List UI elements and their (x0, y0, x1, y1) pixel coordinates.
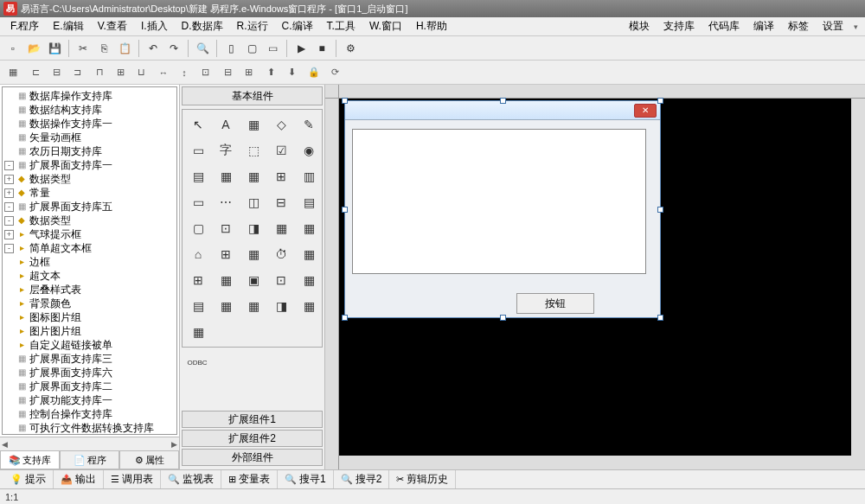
align-left-icon[interactable]: ⊏ (26, 63, 45, 82)
menu-9[interactable]: H.帮助 (409, 17, 454, 35)
same-size-icon[interactable]: ⊡ (195, 63, 215, 82)
menu-r-0[interactable]: 模块 (622, 17, 657, 35)
tree-node[interactable]: +◆数据类型 (3, 172, 176, 186)
bottom-tab-3[interactable]: 🔍监视表 (161, 470, 221, 488)
tree-node[interactable]: ▦可执行文件数据转换支持库 (3, 421, 176, 435)
left-tab-0[interactable]: 📚支持库 (0, 451, 60, 469)
align-bottom-icon[interactable]: ⊔ (131, 63, 151, 82)
menu-8[interactable]: W.窗口 (362, 17, 409, 35)
palette-tab-2[interactable]: 外部组件 (182, 449, 323, 466)
component-39[interactable]: ▦ (298, 297, 319, 316)
tree-node[interactable]: ▦扩展界面支持库六 (3, 366, 176, 380)
bottom-tab-5[interactable]: 🔍搜寻1 (278, 470, 334, 488)
design-form-window[interactable]: ✕ 按钮 (344, 100, 661, 318)
save-icon[interactable]: 💾 (45, 39, 64, 58)
component-36[interactable]: ▦ (215, 297, 236, 316)
gear-icon[interactable]: ⚙ (341, 39, 360, 58)
design-button[interactable]: 按钮 (516, 293, 594, 314)
lock-icon[interactable]: 🔒 (304, 63, 324, 82)
tree-node[interactable]: ▦控制台操作支持库 (3, 407, 176, 421)
component-32[interactable]: ▣ (243, 271, 264, 290)
component-40[interactable]: ▦ (188, 322, 208, 341)
tree-node[interactable]: ▸层叠样式表 (3, 283, 176, 297)
palette-tab-0[interactable]: 扩展组件1 (182, 411, 323, 428)
tree-node[interactable]: ▸超文本 (3, 269, 176, 283)
component-27[interactable]: ▦ (243, 245, 264, 264)
designer-scrollbar-h[interactable] (339, 456, 851, 469)
align-center-h-icon[interactable]: ⊟ (47, 63, 66, 82)
center-v-icon[interactable]: ⊞ (239, 63, 258, 82)
menu-2[interactable]: V.查看 (91, 17, 134, 35)
menu-r-1[interactable]: 支持库 (657, 17, 702, 35)
menu-r-4[interactable]: 标签 (781, 17, 816, 35)
component-28[interactable]: ⏱ (271, 245, 292, 264)
same-width-icon[interactable]: ↔ (154, 63, 173, 82)
layout3-icon[interactable]: ▭ (263, 39, 282, 58)
component-33[interactable]: ⊡ (271, 271, 292, 290)
send-back-icon[interactable]: ⬇ (282, 63, 301, 82)
tree-node[interactable]: ▸背景颜色 (3, 297, 176, 310)
menu-6[interactable]: C.编译 (275, 17, 320, 35)
tree-node[interactable]: ▸自定义超链接被单 (3, 338, 176, 352)
tree-node[interactable]: +◆常量 (3, 186, 176, 200)
component-18[interactable]: ⊟ (271, 193, 292, 212)
close-icon[interactable]: ✕ (634, 104, 657, 118)
component-16[interactable]: ⋯ (215, 193, 236, 212)
open-icon[interactable]: 📂 (24, 39, 43, 58)
align-middle-icon[interactable]: ⊞ (111, 63, 130, 82)
paste-icon[interactable]: 📋 (115, 39, 134, 58)
tree-node[interactable]: ▦数据操作支持库一 (3, 117, 176, 131)
tree-node[interactable]: ▸边框 (3, 255, 176, 269)
bottom-tab-7[interactable]: ✂剪辑历史 (389, 470, 456, 488)
center-h-icon[interactable]: ⊟ (218, 63, 237, 82)
component-5[interactable]: ▭ (188, 141, 208, 160)
menu-r-2[interactable]: 代码库 (702, 17, 746, 35)
tree-node[interactable]: ▦扩展界面支持库三 (3, 352, 176, 366)
component-14[interactable]: ▥ (298, 167, 319, 186)
component-17[interactable]: ◫ (243, 193, 264, 212)
find-icon[interactable]: 🔍 (193, 39, 212, 58)
tree-node[interactable]: ▦数据库操作支持库 (3, 89, 176, 103)
component-11[interactable]: ▦ (215, 167, 236, 186)
layout1-icon[interactable]: ▯ (221, 39, 240, 58)
component-23[interactable]: ▦ (271, 219, 292, 238)
component-odbc[interactable]: ODBC (187, 353, 208, 372)
same-height-icon[interactable]: ↕ (175, 63, 194, 82)
designer-scrollbar-v[interactable] (851, 99, 865, 456)
tree-node[interactable]: -▸简单超文本框 (3, 241, 176, 255)
component-0[interactable]: ↖ (188, 115, 208, 134)
menu-1[interactable]: E.编辑 (46, 17, 90, 35)
tree-node[interactable]: ▦扩展界面支持库二 (3, 380, 176, 393)
align-right-icon[interactable]: ⊐ (67, 63, 86, 82)
design-editbox[interactable] (352, 129, 646, 274)
component-6[interactable]: 字 (215, 141, 236, 160)
component-13[interactable]: ⊞ (271, 167, 292, 186)
component-31[interactable]: ▦ (215, 271, 236, 290)
component-37[interactable]: ▦ (243, 297, 264, 316)
tree-node[interactable]: -▦扩展界面支持库五 (3, 200, 176, 214)
copy-icon[interactable]: ⎘ (94, 39, 113, 58)
palette-tab-1[interactable]: 扩展组件2 (182, 430, 323, 447)
tree-node[interactable]: -▦扩展界面支持库一 (3, 158, 176, 172)
bottom-tab-0[interactable]: 💡提示 (3, 470, 54, 488)
component-21[interactable]: ⊡ (215, 219, 236, 238)
left-tab-2[interactable]: ⚙属性 (119, 451, 179, 469)
undo-icon[interactable]: ↶ (144, 39, 163, 58)
tree-node[interactable]: ▸图片图片组 (3, 324, 176, 338)
bottom-tab-4[interactable]: ⊞变量表 (221, 470, 278, 488)
run-icon[interactable]: ▶ (292, 39, 311, 58)
tree-node[interactable]: ▦扩展功能支持库一 (3, 393, 176, 407)
menu-r-3[interactable]: 编译 (746, 17, 781, 35)
refresh-icon[interactable]: ⟳ (325, 63, 344, 82)
design-form-titlebar[interactable]: ✕ (345, 101, 660, 120)
tree-node[interactable]: -◆数据类型 (3, 214, 176, 227)
component-29[interactable]: ▦ (298, 245, 319, 264)
component-24[interactable]: ▦ (298, 219, 319, 238)
align-top-icon[interactable]: ⊓ (90, 63, 109, 82)
component-35[interactable]: ▤ (188, 297, 208, 316)
menubar-more-icon[interactable]: ▾ (850, 22, 862, 31)
tree-node[interactable]: ▦数据结构支持库 (3, 103, 176, 117)
component-7[interactable]: ⬚ (243, 141, 264, 160)
component-4[interactable]: ✎ (298, 115, 319, 134)
left-tab-1[interactable]: 📄程序 (60, 451, 119, 469)
